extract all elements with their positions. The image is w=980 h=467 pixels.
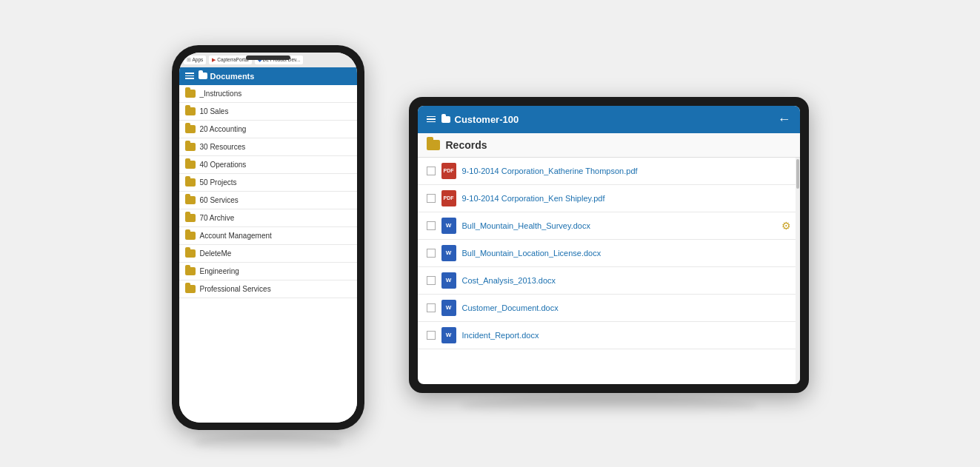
records-title: Records xyxy=(446,139,487,151)
scene: ⊞ Apps ▶ CapterraPortal ◆ DL Product Dev… xyxy=(0,0,980,467)
phone-folder-list: _Instructions 10 Sales 20 Accounting 30 … xyxy=(179,85,357,423)
phone-browser-bar: ⊞ Apps ▶ CapterraPortal ◆ DL Product Dev… xyxy=(179,53,357,67)
folder-label: 60 Services xyxy=(200,196,239,204)
folder-label: DeleteMe xyxy=(200,249,232,258)
tablet-folder-icon xyxy=(441,116,450,123)
phone-reflection xyxy=(194,434,342,452)
folder-label: 20 Accounting xyxy=(200,125,247,133)
file-name: 9-10-2014 Corporation_Ken Shipley.pdf xyxy=(462,194,791,203)
folder-label: Professional Services xyxy=(200,285,271,293)
folder-label: _Instructions xyxy=(200,90,242,98)
list-item[interactable]: 30 Resources xyxy=(179,138,357,156)
file-name: Bull_Mountain_Health_Survey.docx xyxy=(462,221,776,230)
folder-icon xyxy=(185,107,196,115)
pdf-icon: PDF xyxy=(441,190,456,206)
tablet-content: Records PDF 9-10-2014 Corporation_Kather… xyxy=(418,133,800,384)
file-item[interactable]: W Incident_Report.docx xyxy=(418,322,800,349)
file-item[interactable]: W Bull_Mountain_Location_License.docx xyxy=(418,240,800,267)
folder-icon xyxy=(185,125,196,133)
folder-icon xyxy=(185,285,196,293)
file-checkbox[interactable] xyxy=(427,276,436,285)
folder-icon xyxy=(185,267,196,275)
list-item[interactable]: Account Management xyxy=(179,227,357,245)
file-list: PDF 9-10-2014 Corporation_Katherine Thom… xyxy=(418,158,800,349)
file-name: 9-10-2014 Corporation_Katherine Thompson… xyxy=(462,167,791,175)
folder-label: Account Management xyxy=(200,232,272,240)
file-checkbox[interactable] xyxy=(427,194,436,203)
file-checkbox[interactable] xyxy=(427,331,436,340)
list-item[interactable]: 70 Archive xyxy=(179,209,357,227)
file-item[interactable]: PDF 9-10-2014 Corporation_Ken Shipley.pd… xyxy=(418,185,800,212)
browser-tab-dl-label: DL Product Dev... xyxy=(263,57,301,62)
tablet-app-bar-left: Customer-100 xyxy=(427,114,519,125)
tablet-menu-icon[interactable] xyxy=(427,116,436,123)
folder-icon xyxy=(185,214,196,222)
word-icon: W xyxy=(441,245,456,261)
file-name: Incident_Report.docx xyxy=(462,331,791,340)
folder-label: 40 Operations xyxy=(200,161,247,169)
phone-screen: ⊞ Apps ▶ CapterraPortal ◆ DL Product Dev… xyxy=(179,53,357,423)
pdf-icon: PDF xyxy=(441,163,456,179)
scrollbar[interactable] xyxy=(796,158,800,384)
word-icon: W xyxy=(441,327,456,343)
folder-icon xyxy=(185,249,196,258)
menu-icon[interactable] xyxy=(185,73,194,79)
records-header: Records xyxy=(418,133,800,158)
file-list-container: PDF 9-10-2014 Corporation_Katherine Thom… xyxy=(418,158,800,384)
documents-folder-icon xyxy=(199,73,207,79)
folder-icon xyxy=(185,232,196,240)
tablet-reflection xyxy=(461,397,757,415)
file-checkbox[interactable] xyxy=(427,221,436,230)
list-item[interactable]: 50 Projects xyxy=(179,174,357,192)
browser-tab-dl[interactable]: ◆ DL Product Dev... xyxy=(255,56,304,64)
list-item[interactable]: Engineering xyxy=(179,263,357,280)
records-folder-icon xyxy=(427,140,440,150)
browser-tab-apps-label: Apps xyxy=(193,57,204,62)
file-name: Customer_Document.docx xyxy=(462,303,791,312)
word-icon: W xyxy=(441,218,456,234)
scrollbar-thumb[interactable] xyxy=(796,159,799,189)
browser-tab-capterra[interactable]: ▶ CapterraPortal xyxy=(209,56,251,64)
folder-icon xyxy=(185,178,196,187)
folder-icon xyxy=(185,161,196,169)
list-item[interactable]: 20 Accounting xyxy=(179,121,357,138)
list-item[interactable]: 60 Services xyxy=(179,192,357,209)
tablet-app-bar: Customer-100 ← xyxy=(418,106,800,133)
list-item[interactable]: _Instructions xyxy=(179,85,357,103)
browser-tab-apps[interactable]: ⊞ Apps xyxy=(184,56,207,64)
tablet-app-title: Customer-100 xyxy=(441,114,519,125)
file-name: Cost_Analysis_2013.docx xyxy=(462,276,791,285)
tablet-device: Customer-100 ← Records xyxy=(409,97,809,393)
file-item[interactable]: PDF 9-10-2014 Corporation_Katherine Thom… xyxy=(418,158,800,185)
file-item[interactable]: W Cost_Analysis_2013.docx xyxy=(418,267,800,295)
word-icon: W xyxy=(441,272,456,289)
browser-tab-capterra-label: CapterraPortal xyxy=(217,57,248,62)
gear-icon[interactable]: ⚙ xyxy=(781,220,791,232)
file-item[interactable]: W Customer_Document.docx xyxy=(418,295,800,322)
list-item[interactable]: 40 Operations xyxy=(179,156,357,174)
folder-label: 50 Projects xyxy=(200,178,237,187)
file-checkbox[interactable] xyxy=(427,303,436,312)
file-checkbox[interactable] xyxy=(427,249,436,258)
phone-app-bar: Documents xyxy=(179,67,357,85)
list-item[interactable]: Professional Services xyxy=(179,280,357,298)
folder-icon xyxy=(185,90,196,98)
folder-icon xyxy=(185,196,196,204)
phone-app-title: Documents xyxy=(199,72,255,81)
file-item[interactable]: W Bull_Mountain_Health_Survey.docx ⚙ xyxy=(418,212,800,240)
folder-icon xyxy=(185,143,196,151)
file-checkbox[interactable] xyxy=(427,167,436,175)
folder-label: 10 Sales xyxy=(200,107,229,115)
phone-device: ⊞ Apps ▶ CapterraPortal ◆ DL Product Dev… xyxy=(172,45,364,430)
folder-label: 70 Archive xyxy=(200,214,235,222)
file-name: Bull_Mountain_Location_License.docx xyxy=(462,249,791,258)
folder-label: Engineering xyxy=(200,267,239,275)
tablet-screen: Customer-100 ← Records xyxy=(418,106,800,384)
word-icon: W xyxy=(441,300,456,316)
list-item[interactable]: 10 Sales xyxy=(179,103,357,121)
list-item[interactable]: DeleteMe xyxy=(179,245,357,263)
folder-label: 30 Resources xyxy=(200,143,246,151)
back-button[interactable]: ← xyxy=(778,112,791,127)
